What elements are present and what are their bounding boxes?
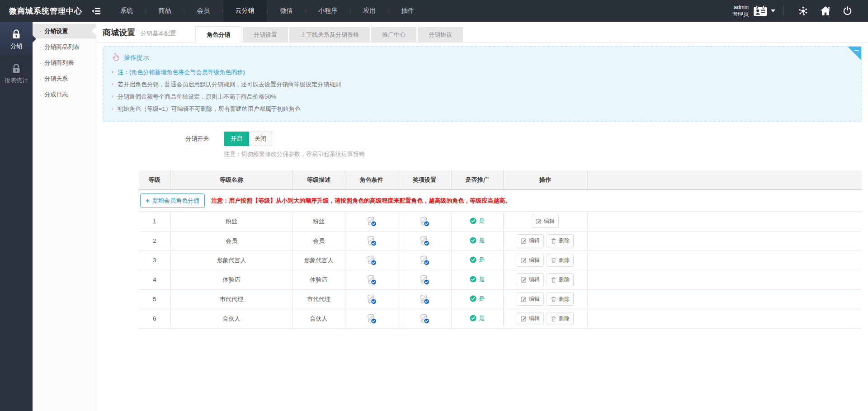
top-menu-item-6[interactable]: 小程序: [306, 0, 349, 22]
edit-button[interactable]: 编辑: [517, 312, 544, 325]
edit-button[interactable]: 编辑: [532, 215, 559, 228]
cell-actions: 编辑删除: [503, 309, 587, 328]
cell-level: 1: [139, 212, 170, 231]
switch-toggle: 开启 关闭: [224, 132, 272, 146]
cell-level-desc: 会员: [292, 231, 345, 250]
sidebar-item-3[interactable]: 分销商列表: [33, 56, 96, 70]
sidebar-item-4[interactable]: 分销关系: [33, 71, 96, 86]
user-name: admin: [732, 4, 749, 11]
role-condition-icon[interactable]: [366, 274, 377, 285]
edit-button[interactable]: 编辑: [517, 273, 544, 286]
delete-button[interactable]: 删除: [547, 234, 574, 247]
cell-role-condition[interactable]: [345, 289, 398, 309]
role-condition-icon[interactable]: [366, 255, 377, 266]
prize-setting-icon[interactable]: [419, 236, 430, 246]
add-role-button[interactable]: + 新增会员角色分佣: [140, 194, 205, 208]
column-header-spacer: [587, 170, 862, 189]
top-menu-item-1[interactable]: 系统: [108, 0, 145, 22]
collapse-corner[interactable]: [848, 47, 861, 60]
cell-role-condition[interactable]: [345, 270, 398, 289]
tip-item-2: 若开启角色分销，普通会员启用默认分销规则，还可以去设置分销商等级设定分销规则: [111, 78, 854, 90]
role-condition-icon[interactable]: [366, 236, 377, 246]
top-menu-item-5[interactable]: 微信: [268, 0, 305, 22]
tab-3[interactable]: 上下线关系及分销资格: [289, 27, 370, 43]
tab-bar: 角色分销分销设置上下线关系及分销资格推广中心分销协议: [195, 26, 464, 43]
switch-off-button[interactable]: 关闭: [249, 132, 272, 146]
edit-button[interactable]: 编辑: [517, 254, 544, 267]
cell-level-name: 市代代理: [170, 289, 292, 309]
cell-promote: 是: [451, 309, 503, 328]
prize-setting-icon[interactable]: [419, 294, 430, 305]
rail-item-label: 分销: [10, 43, 22, 49]
topbar-divider: [783, 5, 784, 17]
promote-yes-badge: 是: [470, 295, 485, 303]
cell-actions: 编辑删除: [503, 270, 587, 289]
cell-spacer: [587, 250, 862, 270]
cell-level: 4: [139, 270, 170, 289]
tips-title: 操作提示: [124, 54, 149, 62]
edit-button[interactable]: 编辑: [517, 293, 544, 306]
delete-button[interactable]: 删除: [547, 312, 574, 325]
delete-button[interactable]: 删除: [547, 293, 574, 306]
column-header: 等级名称: [170, 170, 292, 189]
cell-promote: 是: [451, 250, 503, 270]
tip-item-4: 初始角色（等级=1）可编辑不可删除，所有新建的用户都属于初始角色: [111, 103, 854, 115]
power-icon[interactable]: [843, 6, 852, 16]
cell-prize-setting[interactable]: [398, 289, 451, 309]
plus-icon: +: [146, 198, 150, 203]
hand-pointer-icon: [112, 52, 120, 63]
prize-setting-icon[interactable]: [419, 216, 430, 227]
sidebar-item-2[interactable]: 分销商品列表: [33, 40, 96, 54]
switch-on-button[interactable]: 开启: [224, 132, 249, 146]
cell-prize-setting[interactable]: [398, 212, 451, 231]
top-menu-item-2[interactable]: 商品: [146, 0, 184, 22]
top-menu-item-8[interactable]: 插件: [389, 0, 426, 22]
tab-2[interactable]: 分销设置: [243, 27, 288, 43]
cell-promote: 是: [451, 231, 503, 250]
cell-role-condition[interactable]: [345, 212, 398, 231]
delete-button[interactable]: 删除: [547, 254, 574, 267]
role-condition-icon[interactable]: [366, 216, 377, 227]
main-area: 商城设置 分销基本配置 角色分销分销设置上下线关系及分销资格推广中心分销协议 操…: [96, 22, 868, 411]
sidebar-item-5[interactable]: 分成日志: [33, 87, 96, 102]
top-menu-item-3[interactable]: 会员: [185, 0, 222, 22]
cell-prize-setting[interactable]: [398, 309, 451, 328]
cell-role-condition[interactable]: [345, 250, 398, 270]
cell-promote: 是: [451, 212, 503, 231]
tab-1[interactable]: 角色分销: [195, 26, 241, 43]
profile-card-icon[interactable]: [753, 5, 767, 17]
tips-list: 注：(角色分销新增角色将会与会员等级角色同步)若开启角色分销，普通会员启用默认分…: [111, 66, 854, 115]
cell-role-condition[interactable]: [345, 309, 398, 328]
top-menu-item-7[interactable]: 应用: [351, 0, 388, 22]
prize-setting-icon[interactable]: [419, 274, 430, 285]
home-icon[interactable]: [820, 6, 831, 16]
delete-button[interactable]: 删除: [547, 273, 574, 286]
column-header: 等级: [139, 170, 170, 189]
tab-5[interactable]: 分销协议: [418, 27, 463, 43]
cell-prize-setting[interactable]: [398, 270, 451, 289]
cell-prize-setting[interactable]: [398, 250, 451, 270]
sidebar-collapse-icon[interactable]: [91, 7, 101, 15]
breadcrumb: 商城设置 分销基本配置: [103, 27, 176, 38]
cell-actions: 编辑: [503, 212, 587, 231]
tab-4[interactable]: 推广中心: [371, 27, 416, 43]
prize-setting-icon[interactable]: [419, 313, 430, 324]
table-row: 6合伙人合伙人是编辑删除: [139, 309, 862, 328]
rail-item-1[interactable]: 分销: [0, 22, 33, 56]
collapse-corner-dash-icon[interactable]: [854, 50, 859, 51]
sidebar-item-1[interactable]: 分销设置: [33, 24, 96, 38]
cell-role-condition[interactable]: [345, 231, 398, 250]
role-condition-icon[interactable]: [366, 313, 377, 324]
edit-button[interactable]: 编辑: [517, 234, 544, 247]
cell-prize-setting[interactable]: [398, 231, 451, 250]
role-condition-icon[interactable]: [366, 294, 377, 305]
share-network-icon[interactable]: [798, 6, 808, 16]
top-menu-item-4[interactable]: 云分销: [223, 0, 267, 22]
cell-level-name: 形象代言人: [170, 250, 292, 270]
prize-setting-icon[interactable]: [419, 255, 430, 266]
rail-item-2[interactable]: 报表统计: [0, 56, 33, 90]
caret-down-icon[interactable]: [771, 9, 775, 12]
table-notice: 注意：用户按照【等级】从小到大的顺序升级，请按照角色的高级程度来配置角色，越高级…: [211, 197, 511, 204]
cell-level-name: 粉丝: [170, 212, 292, 231]
tip-item-1: 注：(角色分销新增角色将会与会员等级角色同步): [111, 66, 854, 78]
